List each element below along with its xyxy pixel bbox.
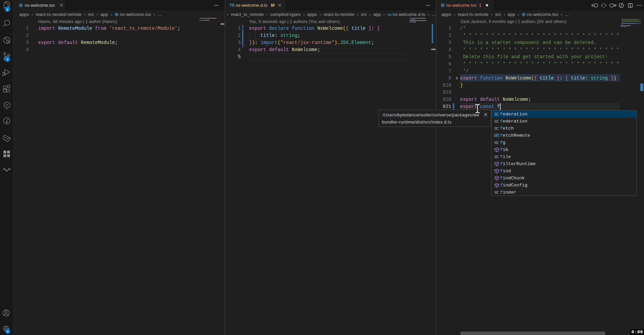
svg-text:1: 1 <box>7 330 8 333</box>
svg-text:1: 1 <box>6 8 8 11</box>
svg-text:7: 7 <box>6 58 8 61</box>
